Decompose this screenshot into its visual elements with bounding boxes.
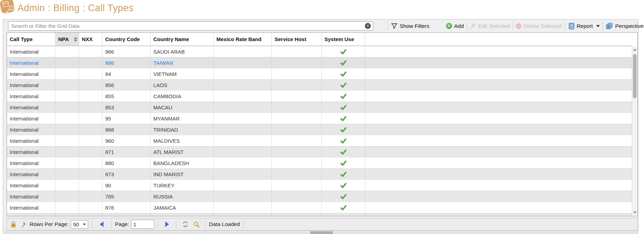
cell-service-host — [272, 135, 322, 146]
system-use-check-icon — [340, 149, 347, 155]
page-number-input[interactable] — [131, 220, 154, 229]
system-use-check-icon — [340, 127, 347, 133]
vertical-scrollbar[interactable] — [632, 46, 637, 216]
column-header-service-host[interactable]: Service Host — [272, 33, 322, 46]
delete-selected-button[interactable]: − Delete Selected — [516, 23, 561, 29]
cell-npa — [55, 191, 79, 202]
select-caret-icon — [83, 224, 86, 225]
page-title: Admin : Billing : Call Types — [17, 3, 133, 14]
table-row[interactable]: International873IND MARIST — [7, 169, 632, 180]
cell-mexico-rate-band — [214, 91, 272, 102]
cell-country-code: 853 — [102, 102, 151, 113]
table-row[interactable]: International84VIETNAM — [7, 69, 632, 80]
column-header-nxx[interactable]: NXX — [79, 33, 102, 46]
cell-country-code: 855 — [102, 91, 151, 102]
column-header-mexico-rate-band[interactable]: Mexico Rate Band — [214, 33, 272, 46]
cell-country-name: TAIWAN — [151, 57, 214, 68]
horizontal-scrollbar[interactable] — [3, 231, 638, 234]
toolbar-separator — [603, 22, 603, 30]
table-row[interactable]: International95MYANMAR — [7, 113, 632, 124]
vertical-scrollbar-thumb[interactable] — [633, 54, 637, 98]
cell-nxx — [79, 180, 102, 191]
table-row[interactable]: International876JAMAICA — [7, 202, 632, 213]
table-row[interactable]: International880BANGLADESH — [7, 158, 632, 169]
table-row[interactable]: International90TURKEY — [7, 180, 632, 191]
perspectives-layers-icon — [606, 23, 613, 30]
column-header-country-name[interactable]: Country Name — [151, 33, 214, 46]
status-text: Data Loaded — [209, 221, 240, 227]
cell-npa — [55, 124, 79, 135]
column-header-country-code[interactable]: Country Code — [102, 33, 151, 46]
table-row[interactable]: International871ATL MARIST — [7, 147, 632, 158]
cell-filler — [365, 180, 632, 191]
cell-service-host — [272, 191, 322, 202]
cell-service-host — [272, 46, 322, 57]
table-row[interactable]: International964IRAQ — [7, 213, 632, 216]
refresh-icon[interactable] — [182, 221, 189, 228]
cell-npa — [55, 80, 79, 91]
grid-footer: Rows Per Page: 50 Page: Dat — [7, 218, 638, 231]
column-header-npa[interactable]: NPA — [55, 33, 79, 46]
show-filters-button[interactable]: Show Filters — [391, 23, 429, 29]
cell-mexico-rate-band — [214, 69, 272, 79]
cell-mexico-rate-band — [214, 202, 272, 213]
table-row[interactable]: International868TRINIDAD — [7, 124, 632, 135]
key-wrench-icon[interactable] — [21, 221, 27, 228]
table-row[interactable]: International960MALDIVES — [7, 135, 632, 147]
search-magnifier-icon[interactable] — [193, 221, 200, 228]
cell-mexico-rate-band — [214, 169, 272, 180]
search-wrap: ✕ — [8, 21, 373, 31]
title-bar: Admin : Billing : Call Types — [0, 0, 644, 19]
main-section: ✕ Show Filters + Add Edit Selecte — [3, 19, 638, 231]
table-row[interactable]: International855CAMBODIA — [7, 91, 632, 102]
toolbar-separator — [388, 22, 388, 30]
search-input[interactable] — [8, 21, 373, 31]
cell-nxx — [79, 80, 102, 91]
cell-country-code: 964 — [102, 213, 151, 216]
rows-per-page-select[interactable]: 50 — [71, 220, 88, 229]
cell-country-name: VIETNAM — [151, 69, 214, 79]
rows-per-page-value: 50 — [73, 221, 79, 227]
cell-npa — [55, 46, 79, 57]
cell-country-name: MYANMAR — [151, 113, 214, 124]
cell-system-use — [322, 80, 365, 91]
cell-country-code: 785 — [102, 191, 151, 202]
cell-mexico-rate-band — [214, 46, 272, 57]
next-page-button[interactable] — [165, 221, 169, 227]
table-row[interactable]: International966SAUDI ARAB — [7, 46, 632, 57]
cell-country-name: JAMAICA — [151, 202, 214, 213]
cell-country-code: 966 — [102, 46, 151, 57]
edit-selected-button[interactable]: Edit Selected — [470, 23, 510, 29]
cell-service-host — [272, 91, 322, 102]
previous-page-button[interactable] — [100, 221, 104, 227]
search-clear-icon[interactable]: ✕ — [365, 23, 371, 29]
table-row[interactable]: International853MACAU — [7, 102, 632, 113]
lock-icon[interactable] — [10, 221, 16, 228]
cell-npa — [55, 135, 79, 146]
cell-call-type: International — [7, 180, 55, 191]
column-header-call-type[interactable]: Call Type — [7, 33, 55, 46]
scroll-down-arrow-icon[interactable] — [633, 211, 637, 214]
table-row[interactable]: International785RUSSIA — [7, 191, 632, 202]
system-use-check-icon — [340, 105, 347, 110]
cell-system-use — [322, 69, 365, 79]
cell-call-type: International — [7, 102, 55, 113]
cell-country-name: RUSSIA — [151, 191, 214, 202]
grid-header-row: Call Type NPA NXX Country Code Country N… — [7, 33, 632, 46]
cell-country-code: 880 — [102, 158, 151, 169]
column-label: Call Type — [10, 36, 33, 42]
table-row[interactable]: International886TAIWAN — [7, 57, 632, 69]
report-button[interactable]: Report — [568, 23, 600, 30]
report-caret-icon — [596, 25, 600, 27]
perspectives-button[interactable]: Perspectives — [606, 23, 644, 30]
add-button[interactable]: + Add — [446, 23, 464, 29]
cell-nxx — [79, 102, 102, 113]
cell-nxx — [79, 135, 102, 146]
cell-country-code: 873 — [102, 169, 151, 180]
scroll-up-arrow-icon[interactable] — [633, 48, 637, 51]
column-header-system-use[interactable]: System Use — [322, 33, 365, 46]
cell-filler — [365, 147, 632, 157]
table-row[interactable]: International856LAOS — [7, 80, 632, 91]
horizontal-scrollbar-thumb[interactable] — [310, 231, 333, 234]
system-use-check-icon — [340, 161, 347, 166]
